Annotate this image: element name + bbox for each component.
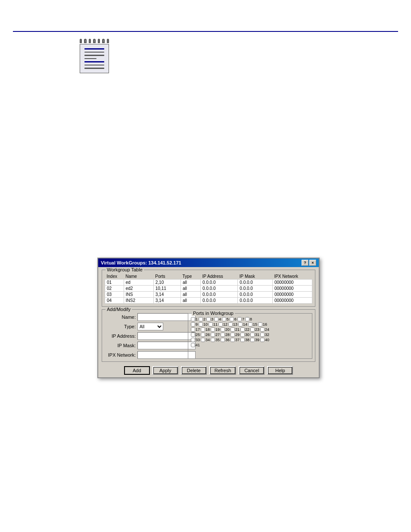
- port-label-20: 20: [225, 327, 230, 332]
- port-checkbox-30[interactable]: [240, 333, 245, 337]
- port-checkbox-32[interactable]: [260, 333, 265, 337]
- port-checkbox-12[interactable]: [218, 322, 223, 327]
- name-input[interactable]: [137, 313, 196, 321]
- port-checkbox-13[interactable]: [228, 322, 233, 327]
- port-label-24: 24: [265, 327, 269, 332]
- port-label-6: 6: [234, 317, 237, 321]
- ip-address-row: IP Address:: [105, 332, 184, 340]
- port-item-3: 3: [206, 317, 213, 321]
- port-label-34: 34: [206, 338, 210, 342]
- port-checkbox-41[interactable]: [191, 343, 195, 347]
- cell-ip: 0.0.0.0: [201, 292, 238, 298]
- cell-ipx: 00000000: [272, 292, 312, 298]
- cell-mask: 0.0.0.0: [238, 280, 273, 286]
- port-checkbox-26[interactable]: [201, 333, 205, 337]
- delete-button[interactable]: Delete: [181, 366, 207, 375]
- ports-row: 41: [191, 343, 309, 347]
- refresh-button[interactable]: Refresh: [209, 366, 237, 375]
- port-checkbox-37[interactable]: [230, 338, 235, 342]
- col-header-ip: IP Address: [201, 274, 238, 280]
- type-row: Type: All IP IPX: [105, 323, 184, 330]
- name-row: Name:: [105, 313, 184, 321]
- port-checkbox-39[interactable]: [250, 338, 255, 342]
- port-checkbox-15[interactable]: [248, 322, 252, 327]
- port-item-23: 23: [250, 327, 259, 332]
- port-checkbox-22[interactable]: [240, 327, 245, 332]
- port-checkbox-2[interactable]: [199, 317, 203, 321]
- port-label-32: 32: [265, 333, 269, 337]
- port-label-22: 22: [245, 327, 249, 332]
- port-checkbox-33[interactable]: [191, 338, 195, 342]
- port-checkbox-17[interactable]: [191, 327, 195, 332]
- port-checkbox-10[interactable]: [199, 322, 203, 327]
- help-btn[interactable]: Help: [267, 366, 293, 375]
- port-checkbox-20[interactable]: [221, 327, 225, 332]
- cell-index: 02: [105, 286, 124, 292]
- port-label-14: 14: [243, 322, 247, 327]
- port-checkbox-27[interactable]: [211, 333, 215, 337]
- table-row[interactable]: 02ed210,11all0.0.0.00.0.0.000000000: [105, 286, 312, 292]
- port-checkbox-3[interactable]: [206, 317, 211, 321]
- ip-mask-label: IP Mask:: [105, 343, 136, 348]
- add-modify-section: Add/Modify Name: Type: All IP IPX IP Add…: [102, 309, 315, 362]
- cancel-button[interactable]: Cancel: [239, 366, 265, 375]
- port-checkbox-8[interactable]: [245, 317, 249, 321]
- port-checkbox-18[interactable]: [201, 327, 205, 332]
- port-item-33: 33: [191, 338, 200, 342]
- port-checkbox-36[interactable]: [221, 338, 225, 342]
- port-label-13: 13: [233, 322, 237, 327]
- help-button[interactable]: ?: [302, 260, 308, 266]
- port-item-39: 39: [250, 338, 259, 342]
- port-label-36: 36: [225, 338, 230, 342]
- table-row[interactable]: 03INS3,14all0.0.0.00.0.0.000000000: [105, 292, 312, 298]
- port-checkbox-23[interactable]: [250, 327, 255, 332]
- port-checkbox-7[interactable]: [237, 317, 242, 321]
- port-item-41: 41: [191, 343, 200, 347]
- port-checkbox-9[interactable]: [191, 322, 195, 327]
- port-label-29: 29: [235, 333, 240, 337]
- ip-address-input[interactable]: [137, 332, 196, 340]
- workgroup-table: Index Name Ports Type IP Address IP Mask…: [105, 274, 312, 304]
- port-checkbox-5[interactable]: [222, 317, 226, 321]
- port-label-17: 17: [196, 327, 200, 332]
- port-checkbox-25[interactable]: [191, 333, 195, 337]
- cell-mask: 0.0.0.0: [238, 292, 273, 298]
- type-select[interactable]: All IP IPX: [137, 323, 163, 330]
- cell-type: all: [181, 292, 201, 298]
- port-label-30: 30: [245, 333, 249, 337]
- port-checkbox-11[interactable]: [209, 322, 213, 327]
- cell-ipx: 00000000: [272, 280, 312, 286]
- port-checkbox-14[interactable]: [238, 322, 243, 327]
- port-checkbox-1[interactable]: [191, 317, 195, 321]
- cell-ports: 3,14: [153, 298, 181, 304]
- add-button[interactable]: Add: [124, 366, 150, 375]
- cell-ip: 0.0.0.0: [201, 286, 238, 292]
- add-modify-form: Name: Type: All IP IPX IP Address: I: [105, 313, 184, 359]
- table-row[interactable]: 01ed2,10all0.0.0.00.0.0.000000000: [105, 280, 312, 286]
- buttons-row: Add Apply Delete Refresh Cancel Help: [102, 364, 315, 375]
- col-header-index: Index: [105, 274, 124, 280]
- port-checkbox-24[interactable]: [260, 327, 265, 332]
- table-row[interactable]: 04INS23,14all0.0.0.00.0.0.000000000: [105, 298, 312, 304]
- port-checkbox-29[interactable]: [230, 333, 235, 337]
- port-checkbox-21[interactable]: [230, 327, 235, 332]
- dialog-title: Virtual WorkGroups: 134.141.52.171: [101, 260, 181, 265]
- port-checkbox-4[interactable]: [214, 317, 218, 321]
- apply-button[interactable]: Apply: [153, 366, 178, 375]
- port-checkbox-28[interactable]: [221, 333, 225, 337]
- port-checkbox-40[interactable]: [260, 338, 265, 342]
- close-button[interactable]: ×: [309, 260, 316, 266]
- port-checkbox-6[interactable]: [230, 317, 234, 321]
- port-item-16: 16: [258, 322, 267, 327]
- ipx-network-input[interactable]: [137, 351, 196, 359]
- port-checkbox-16[interactable]: [258, 322, 262, 327]
- port-checkbox-34[interactable]: [201, 338, 205, 342]
- ports-row: 12345678: [191, 317, 309, 321]
- port-checkbox-19[interactable]: [211, 327, 215, 332]
- cell-ip: 0.0.0.0: [201, 280, 238, 286]
- port-checkbox-31[interactable]: [250, 333, 255, 337]
- top-divider: [13, 31, 398, 32]
- port-checkbox-35[interactable]: [211, 338, 215, 342]
- ip-mask-input[interactable]: [137, 342, 196, 349]
- port-checkbox-38[interactable]: [240, 338, 245, 342]
